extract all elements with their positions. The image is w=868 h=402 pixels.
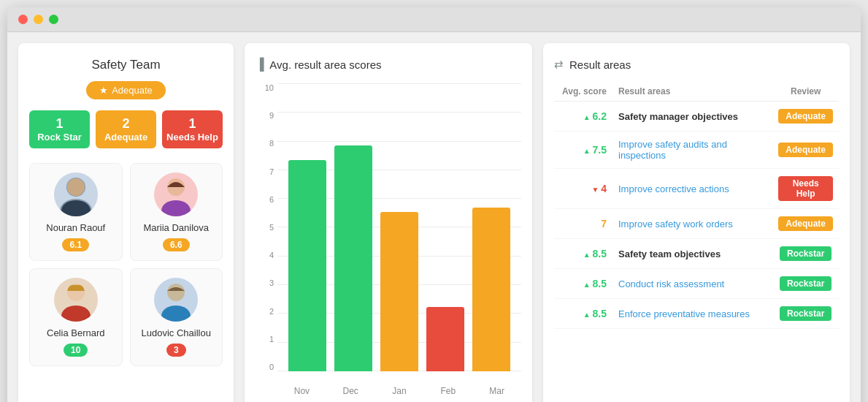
- y-label-1: 1: [269, 335, 274, 344]
- row-7-area[interactable]: Enforce preventative measures: [612, 299, 772, 329]
- chart-title: Avg. result area scores: [269, 58, 381, 71]
- bar-nov: [285, 160, 331, 371]
- svg-point-9: [161, 306, 191, 322]
- maximize-button[interactable]: [49, 15, 58, 24]
- row-7-score: ▲ 8.5: [554, 299, 612, 329]
- x-label-jan: Jan: [375, 386, 424, 396]
- right-panel: ⇄ Result areas Avg. score Result areas R…: [543, 43, 850, 402]
- main-window: Safety Team ★ Adequate 1 Rock Star 2 Ade…: [7, 7, 861, 402]
- adequate-label: Adequate: [99, 132, 153, 143]
- result-areas-icon: ⇄: [554, 58, 564, 71]
- row-1-area[interactable]: Safety manager objectives: [612, 102, 772, 132]
- table-header-row: Avg. score Result areas Review: [554, 82, 839, 102]
- bar-feb: [422, 307, 468, 371]
- member-score-1: 6.1: [62, 238, 89, 251]
- bar-jan-rect: [380, 212, 418, 371]
- bar-jan: [377, 212, 423, 371]
- y-label-0: 0: [269, 363, 274, 371]
- row-1-review: Adequate: [772, 102, 839, 132]
- row-6-area[interactable]: Conduct risk assessment: [612, 269, 772, 299]
- adequate-stat[interactable]: 2 Adequate: [96, 110, 156, 148]
- bars-container: [277, 82, 521, 386]
- needshelp-stat[interactable]: 1 Needs Help: [162, 110, 223, 148]
- member-card-1[interactable]: Nouran Raouf 6.1: [29, 163, 123, 261]
- stats-row: 1 Rock Star 2 Adequate 1 Needs Help: [29, 110, 223, 148]
- table-row-6[interactable]: ▲ 8.5Conduct risk assessmentRockstar: [554, 269, 839, 299]
- y-label-2: 2: [269, 307, 274, 316]
- member-score-3: 10: [64, 344, 88, 357]
- left-panel: Safety Team ★ Adequate 1 Rock Star 2 Ade…: [18, 43, 234, 402]
- member-card-2[interactable]: Mariia Danilova 6.6: [130, 163, 223, 261]
- y-label-8: 8: [269, 139, 274, 148]
- x-label-nov: Nov: [277, 386, 326, 396]
- bars-inner: [277, 82, 521, 371]
- close-button[interactable]: [18, 15, 28, 24]
- panel-title: Safety Team: [29, 58, 223, 72]
- svg-point-8: [167, 284, 185, 301]
- table-row-4[interactable]: 7Improve safety work ordersAdequate: [554, 209, 839, 239]
- adequate-count: 2: [99, 116, 153, 132]
- row-5-area[interactable]: Safety team objectives: [612, 239, 772, 269]
- table-row-7[interactable]: ▲ 8.5Enforce preventative measuresRockst…: [554, 299, 839, 329]
- member-score-4: 3: [166, 344, 186, 357]
- x-label-mar: Mar: [472, 386, 521, 396]
- table-row-3[interactable]: ▼ 4Improve corrective actionsNeeds Help: [554, 169, 839, 209]
- row-4-area[interactable]: Improve safety work orders: [612, 209, 772, 239]
- rockstar-stat[interactable]: 1 Rock Star: [29, 110, 90, 148]
- row-2-area[interactable]: Improve safety audits and inspections: [612, 132, 772, 169]
- member-name-2: Mariia Danilova: [138, 222, 215, 233]
- row-2-score: ▲ 7.5: [554, 132, 612, 169]
- member-score-2: 6.6: [163, 238, 190, 251]
- row-1-score: ▲ 6.2: [554, 102, 612, 132]
- member-name-3: Celia Bernard: [37, 327, 115, 338]
- y-label-7: 7: [269, 167, 274, 176]
- col-review: Review: [772, 82, 839, 102]
- chart-icon: ▐: [256, 58, 264, 71]
- y-label-10: 10: [265, 83, 274, 92]
- star-icon: ★: [99, 85, 108, 96]
- needshelp-label: Needs Help: [166, 132, 219, 143]
- mid-panel: ▐ Avg. result area scores 10 9 8 7 6 5 4…: [245, 43, 532, 402]
- svg-point-7: [61, 306, 91, 322]
- row-5-review: Rockstar: [772, 239, 839, 269]
- right-header: ⇄ Result areas: [554, 58, 839, 71]
- row-3-area[interactable]: Improve corrective actions: [612, 169, 772, 209]
- member-name-4: Ludovic Chaillou: [138, 327, 215, 338]
- right-panel-title: Result areas: [569, 58, 631, 71]
- row-6-review: Rockstar: [772, 269, 839, 299]
- table-row-5[interactable]: ▲ 8.5Safety team objectivesRockstar: [554, 239, 839, 269]
- row-2-review: Adequate: [772, 132, 839, 169]
- member-card-3[interactable]: Celia Bernard 10: [29, 268, 123, 366]
- bar-feb-rect: [426, 307, 464, 371]
- table-row-1[interactable]: ▲ 6.2Safety manager objectivesAdequate: [554, 102, 839, 132]
- avatar-celia: [54, 278, 98, 322]
- avatar-ludovic: [154, 278, 198, 322]
- y-axis: 10 9 8 7 6 5 4 3 2 1 0: [256, 82, 277, 386]
- row-4-review: Adequate: [772, 209, 839, 239]
- result-table: Avg. score Result areas Review ▲ 6.2Safe…: [554, 82, 839, 329]
- y-label-6: 6: [269, 195, 274, 204]
- y-label-3: 3: [269, 278, 274, 287]
- row-6-score: ▲ 8.5: [554, 269, 612, 299]
- y-label-9: 9: [269, 111, 274, 120]
- content-area: Safety Team ★ Adequate 1 Rock Star 2 Ade…: [7, 32, 861, 402]
- bar-mar: [468, 208, 514, 371]
- svg-point-2: [67, 178, 85, 196]
- table-row-2[interactable]: ▲ 7.5Improve safety audits and inspectio…: [554, 132, 839, 169]
- row-3-review: Needs Help: [772, 169, 839, 209]
- avatar-nouran: [54, 172, 98, 216]
- member-card-4[interactable]: Ludovic Chaillou 3: [130, 268, 223, 366]
- rockstar-count: 1: [33, 116, 86, 132]
- overall-badge: ★ Adequate: [86, 81, 166, 99]
- x-labels: Nov Dec Jan Feb Mar: [256, 386, 521, 396]
- chart-header: ▐ Avg. result area scores: [256, 58, 521, 71]
- avatar-mariia: [154, 172, 198, 216]
- title-bar: [7, 7, 861, 32]
- y-label-4: 4: [269, 251, 274, 259]
- row-5-score: ▲ 8.5: [554, 239, 612, 269]
- row-4-score: 7: [554, 209, 612, 239]
- needshelp-count: 1: [166, 116, 219, 132]
- overall-badge-label: Adequate: [112, 85, 153, 96]
- minimize-button[interactable]: [34, 15, 43, 24]
- row-3-score: ▼ 4: [554, 169, 612, 209]
